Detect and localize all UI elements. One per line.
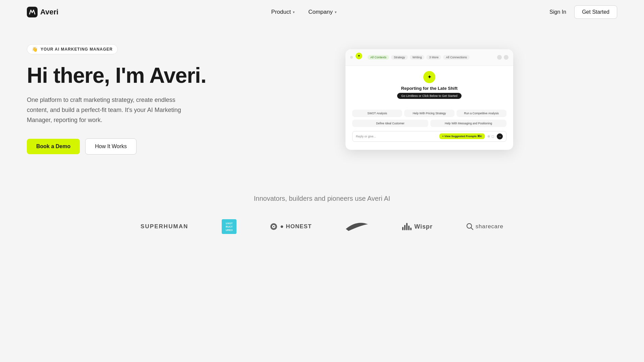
- svg-point-3: [273, 226, 274, 227]
- logo[interactable]: Averi: [27, 7, 58, 17]
- app-action-icon-1: [497, 55, 502, 60]
- chevron-down-icon: ▾: [335, 10, 337, 14]
- app-body: ✦ Reporting for the Late Shift Go Limitl…: [345, 66, 513, 147]
- nav-product[interactable]: Product ▾: [271, 9, 295, 15]
- image-icon: ◻: [491, 134, 494, 138]
- brand-honest-text: ● HONEST: [280, 223, 312, 230]
- brand-nike: [345, 222, 369, 232]
- svg-line-5: [471, 228, 473, 230]
- app-tag-writing: Writing: [410, 55, 425, 60]
- wispr-bars-icon: [402, 223, 412, 230]
- app-input-icons: ⊕ ◻: [487, 134, 494, 138]
- wispr-bar-3: [406, 223, 408, 230]
- hero-buttons: Book a Demo How It Works: [27, 138, 215, 155]
- app-suggestion-4[interactable]: Define Ideal Customer: [352, 120, 428, 127]
- logo-icon: [27, 7, 38, 17]
- app-input-row: Reply or give... + View Suggested Prompt…: [352, 131, 506, 142]
- paperclip-icon: ⊕: [487, 134, 490, 138]
- nav-links: Product ▾ Company ▾: [271, 9, 337, 15]
- app-suggestions-row2: Define Ideal Customer Help With Messagin…: [352, 120, 506, 127]
- brand-honest: ● HONEST: [270, 223, 312, 230]
- navbar: Averi Product ▾ Company ▾ Sign In Get St…: [0, 0, 644, 24]
- nav-company[interactable]: Company ▾: [308, 9, 337, 15]
- sign-in-button[interactable]: Sign In: [549, 9, 566, 15]
- wispr-bar-2: [404, 225, 406, 230]
- app-tag-more: 3 More: [426, 55, 441, 60]
- hero-section: 👋 YOUR AI MARKETING MANAGER Hi there, I'…: [0, 24, 644, 181]
- hero-right: ✦ All Contexts Strategy Writing 3 More A…: [241, 49, 617, 150]
- app-suggestion-3[interactable]: Run a Competitive Analysis: [457, 110, 506, 117]
- wispr-bar-5: [410, 228, 412, 230]
- chevron-down-icon: ▾: [293, 10, 295, 14]
- social-proof-headline: Innovators, builders and pioneers use Av…: [27, 195, 617, 202]
- app-header: ✦ All Contexts Strategy Writing 3 More A…: [345, 49, 513, 66]
- book-demo-button[interactable]: Book a Demo: [27, 139, 80, 154]
- hero-title: Hi there, I'm Averi.: [27, 64, 215, 87]
- app-header-actions: [497, 55, 508, 60]
- app-suggestions-row1: SWOT Analysis Help With Pricing Strategy…: [352, 110, 506, 117]
- brand-unstructured: UNST RUCT URED: [222, 219, 236, 234]
- sharecare-search-icon: [466, 223, 474, 230]
- app-send-button[interactable]: →: [497, 133, 503, 139]
- brand-superhuman-text: SUPERHUMAN: [141, 223, 188, 230]
- get-started-button[interactable]: Get Started: [574, 5, 617, 19]
- brand-wispr: Wispr: [402, 223, 432, 230]
- brand-logo-grid: SUPERHUMAN UNST RUCT URED ● HONEST: [27, 219, 617, 234]
- brand-sharecare-text: sharecare: [476, 223, 503, 230]
- app-dot-1: [350, 56, 353, 59]
- hero-subtitle: One platform to craft marketing strategy…: [27, 95, 188, 125]
- app-new-prompt-shortcut[interactable]: + View Suggested Prompts ⌘K: [439, 133, 485, 139]
- app-tag-all-contexts: All Contexts: [368, 55, 389, 60]
- how-it-works-button[interactable]: How It Works: [85, 138, 137, 155]
- app-tag-strategy: Strategy: [391, 55, 408, 60]
- brand-superhuman: SUPERHUMAN: [141, 223, 188, 230]
- app-input-placeholder: Reply or give...: [356, 135, 437, 138]
- wispr-bar-4: [408, 226, 410, 230]
- brand-sharecare: sharecare: [466, 223, 503, 230]
- hero-left: 👋 YOUR AI MARKETING MANAGER Hi there, I'…: [27, 44, 215, 155]
- app-suggestion-5[interactable]: Help With Messaging and Positioning: [430, 120, 506, 127]
- app-screenshot: ✦ All Contexts Strategy Writing 3 More A…: [345, 49, 513, 150]
- app-reporting-title: Reporting for the Late Shift: [401, 86, 458, 91]
- app-action-icon-2: [504, 55, 508, 60]
- app-reporting-badge: Go Limitless or Click Below to Get Start…: [397, 93, 462, 99]
- app-avatar-main: ✦: [423, 71, 435, 83]
- app-logo-small: ✦: [356, 53, 362, 59]
- wispr-bar-1: [402, 227, 404, 230]
- badge-text: YOUR AI MARKETING MANAGER: [41, 47, 113, 52]
- unstructured-box-icon: UNST RUCT URED: [222, 219, 236, 234]
- app-suggestion-1[interactable]: SWOT Analysis: [352, 110, 402, 117]
- badge-emoji: 👋: [32, 47, 38, 52]
- nike-swoosh-icon: [345, 222, 369, 232]
- social-proof-section: Innovators, builders and pioneers use Av…: [0, 181, 644, 254]
- app-tag-connections: All Connections: [443, 55, 470, 60]
- app-header-tags: All Contexts Strategy Writing 3 More All…: [368, 55, 470, 60]
- brand-wispr-text: Wispr: [414, 223, 432, 230]
- app-suggestion-2[interactable]: Help With Pricing Strategy: [404, 110, 454, 117]
- logo-text: Averi: [40, 8, 58, 16]
- honest-logo-icon: [270, 223, 277, 230]
- nav-actions: Sign In Get Started: [549, 5, 617, 19]
- hero-badge: 👋 YOUR AI MARKETING MANAGER: [27, 44, 118, 54]
